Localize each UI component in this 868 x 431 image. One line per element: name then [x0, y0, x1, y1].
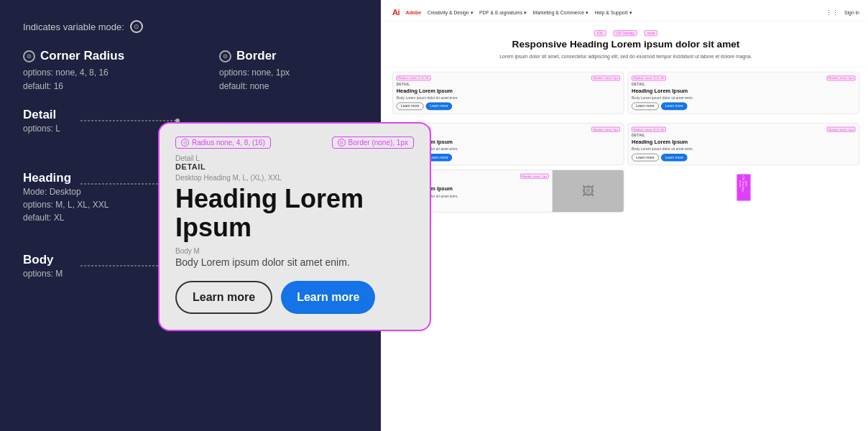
- card-heading-row: Desktop Heading M, L, (XL), XXL: [175, 174, 414, 182]
- mini-card-1-heading: Heading Lorem Ipsum: [397, 88, 620, 94]
- mini-card-2-body: Body Lorem ipsum dolor sit amet enim.: [632, 96, 855, 100]
- cards-grid-row2: Radius: none, 0, 8, 16 Border: none, 1px…: [385, 119, 867, 170]
- mini-card-4-annot-left: Radius: none, 0, 8, 16: [632, 127, 665, 132]
- cards-grid-row1: Radius: none, 0, 8, 16 Border: none, 1px…: [385, 67, 867, 119]
- mini-card-1-btn2[interactable]: Learn more: [426, 103, 453, 111]
- bottom-annot-area: XXLCR Overlaynone: [627, 170, 859, 212]
- nav-adobe-label: Adobe: [406, 10, 421, 15]
- hero-subtitle: Lorem ipsum dolor sit amet, consectetur …: [412, 53, 839, 60]
- indicates-row: Indicates variable mode: ⊙: [23, 20, 358, 33]
- mini-card-4-annotations: Radius: none, 0, 8, 16 Border: none, 1px: [632, 127, 855, 132]
- radius-pill: ⊙ Radius none, 4, 8, (16): [175, 136, 271, 149]
- mini-card-2-btn1[interactable]: Learn more: [632, 103, 659, 111]
- mini-card-1-annot-left: Radius: none, 0, 8, 16: [397, 75, 430, 80]
- card-detail-row: Detail L DETAIL: [175, 154, 414, 171]
- image-placeholder-icon: 🖼: [582, 184, 594, 198]
- hero-annot-1: XXL: [594, 30, 606, 36]
- mini-card-4-detail: DETAIL: [632, 134, 855, 138]
- border-pill-icon: ⊙: [338, 139, 346, 147]
- body-label: Body: [23, 253, 88, 267]
- mini-card-4-buttons: Learn more Learn more: [632, 154, 855, 162]
- card-heading-hint: Desktop Heading M, L, (XL), XXL: [175, 174, 414, 182]
- component-card: ⊙ Radius none, 4, 8, (16) ⊙ Border (none…: [158, 122, 431, 331]
- nav-pdf[interactable]: PDF & E-signatures ▾: [479, 10, 527, 16]
- mini-card-1-buttons: Learn more Learn more: [397, 103, 620, 111]
- left-panel: Indicates variable mode: ⊙ ⊙ Corner Radi…: [0, 0, 381, 431]
- mini-card-4-body: Body Lorem ipsum dolor sit amet enim.: [632, 147, 855, 152]
- variable-mode-icon: ⊙: [130, 20, 143, 33]
- mini-card-1-annotations: Radius: none, 0, 8, 16 Border: none, 1px: [397, 75, 620, 80]
- adobe-logo: Ai: [392, 8, 400, 17]
- corner-radius-block: ⊙ Corner Radius options: none, 4, 8, 16 …: [23, 49, 162, 93]
- border-block: ⊙ Border options: none, 1px default: non…: [219, 49, 358, 93]
- mini-card-3-annot-right: Border: none, 1px: [591, 127, 619, 132]
- border-icon: ⊙: [219, 50, 231, 62]
- hero-annot-3: none: [645, 30, 657, 36]
- props-row: ⊙ Corner Radius options: none, 4, 8, 16 …: [23, 49, 358, 93]
- hero-annot-2: CR Overlay: [614, 30, 637, 36]
- mini-card-4: Radius: none, 0, 8, 16 Border: none, 1px…: [627, 123, 859, 165]
- learn-more-outline-button[interactable]: Learn more: [175, 281, 272, 314]
- mini-card-2-heading: Heading Lorem Ipsum: [632, 88, 855, 94]
- mini-card-image-annot-right: Border: none, 1px: [520, 174, 548, 179]
- bottom-annot-pill: XXLCR Overlaynone: [737, 175, 750, 201]
- mini-card-2-annot-right: Border: none, 1px: [827, 75, 855, 80]
- mini-card-2-buttons: Learn more Learn more: [632, 103, 855, 111]
- card-body-text: Body Lorem ipsum dolor sit amet enim.: [175, 256, 414, 268]
- mini-card-1: Radius: none, 0, 8, 16 Border: none, 1px…: [392, 72, 624, 114]
- body-options: options: M: [23, 267, 88, 280]
- card-body-hint: Body M: [175, 247, 414, 255]
- corner-radius-title: ⊙ Corner Radius: [23, 49, 162, 63]
- mini-card-4-btn2[interactable]: Learn more: [661, 154, 688, 162]
- cards-grid-bottom: Radius: none, 0, 8, 16 Border: none, 1px…: [385, 170, 867, 216]
- radius-pill-icon: ⊙: [181, 139, 189, 147]
- card-heading: Heading Lorem Ipsum: [175, 185, 414, 241]
- mini-card-1-body: Body Lorem ipsum dolor sit amet enim.: [397, 96, 620, 100]
- card-top-labels: ⊙ Radius none, 4, 8, (16) ⊙ Border (none…: [175, 136, 414, 149]
- right-panel: Ai Adobe Creativity & Design ▾ PDF & E-s…: [381, 0, 868, 431]
- heading-sub: Mode: Desktop options: M, L, XL, XXL def…: [23, 185, 108, 224]
- card-buttons: Learn more Learn more: [175, 281, 414, 314]
- nav-grid-icon: ⋮⋮: [826, 9, 838, 17]
- mini-card-2-annotations: Radius: none, 0, 8, 16 Border: none, 1px: [632, 75, 855, 80]
- card-detail-text: DETAIL: [175, 162, 414, 171]
- hero-annotations: XXL CR Overlay none: [412, 30, 839, 36]
- variable-mode-label: Indicates variable mode:: [23, 22, 124, 32]
- border-options: options: none, 1px default: none: [219, 66, 358, 93]
- nav-help[interactable]: Help & Support ▾: [594, 10, 632, 16]
- detail-label: Detail: [23, 108, 88, 122]
- mini-card-2-btn2[interactable]: Learn more: [661, 103, 688, 111]
- mini-card-2: Radius: none, 0, 8, 16 Border: none, 1px…: [627, 72, 859, 114]
- corner-radius-options: options: none, 4, 8, 16 default: 16: [23, 66, 162, 93]
- mini-card-2-detail: DETAIL: [632, 82, 855, 86]
- nav-marketing[interactable]: Marketing & Commerce ▾: [532, 10, 588, 16]
- learn-more-filled-button[interactable]: Learn more: [281, 281, 375, 314]
- border-title: ⊙ Border: [219, 49, 358, 63]
- nav-sign-in[interactable]: Sign in: [844, 10, 859, 15]
- mini-card-4-heading: Heading Lorem Ipsum: [632, 139, 855, 145]
- hero-section: XXL CR Overlay none Responsive Heading L…: [385, 22, 867, 68]
- mini-card-4-annot-right: Border: none, 1px: [827, 127, 855, 132]
- hero-title: Responsive Heading Lorem ipsum dolor sit…: [412, 39, 839, 50]
- corner-radius-icon: ⊙: [23, 50, 35, 62]
- mini-card-1-detail: DETAIL: [397, 82, 620, 86]
- mini-card-1-annot-right: Border: none, 1px: [591, 75, 619, 80]
- adobe-nav: Ai Adobe Creativity & Design ▾ PDF & E-s…: [385, 4, 867, 22]
- border-pill: ⊙ Border (none), 1px: [332, 136, 414, 149]
- image-placeholder: 🖼: [553, 170, 624, 212]
- card-body-row: Body M: [175, 247, 414, 255]
- detail-options: options: L: [23, 122, 88, 135]
- mini-card-1-btn1[interactable]: Learn more: [397, 103, 424, 111]
- mini-card-4-btn1[interactable]: Learn more: [632, 154, 659, 162]
- card-detail-hint: Detail L: [175, 154, 414, 162]
- mini-card-2-annot-left: Radius: none, 0, 8, 16: [632, 75, 665, 80]
- right-inner: Ai Adobe Creativity & Design ▾ PDF & E-s…: [381, 0, 868, 221]
- nav-creativity[interactable]: Creativity & Design ▾: [428, 10, 474, 16]
